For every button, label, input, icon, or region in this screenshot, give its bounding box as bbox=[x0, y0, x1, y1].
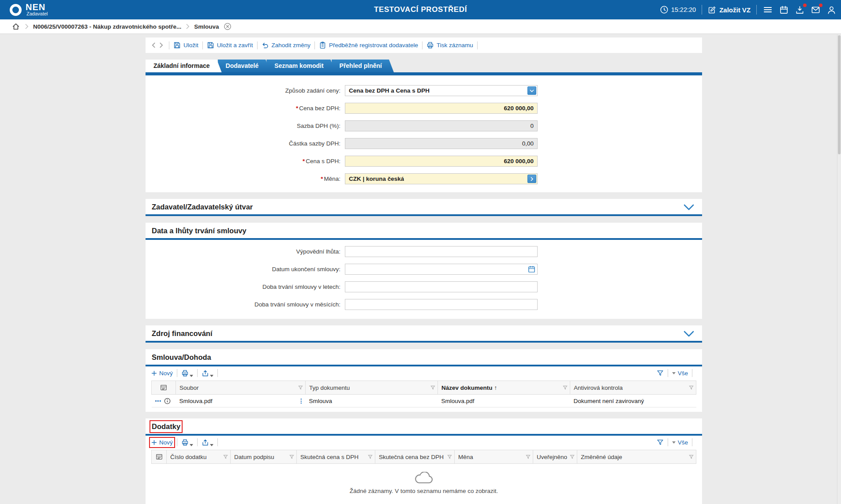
column-header-antivirova-kontrola[interactable]: Antivirová kontrola bbox=[570, 381, 696, 395]
column-filter-icon[interactable] bbox=[298, 385, 303, 390]
nen-logo-icon bbox=[10, 4, 22, 16]
print-list-button[interactable] bbox=[181, 439, 193, 446]
calendar-icon bbox=[779, 5, 789, 15]
cena-s-dph-input[interactable] bbox=[345, 156, 538, 167]
chevron-down-icon[interactable] bbox=[527, 86, 536, 95]
expand-section-button[interactable] bbox=[684, 204, 694, 210]
calendar-button[interactable] bbox=[779, 5, 789, 15]
column-header-uverejneno[interactable]: Uveřejněno bbox=[533, 450, 577, 464]
column-header-mena[interactable]: Měna bbox=[455, 450, 533, 464]
column-header-skutecna-cena-s-dph[interactable]: Skutečná cena s DPH bbox=[297, 450, 375, 464]
column-header-cislo-dodatku[interactable]: Číslo dodatku bbox=[167, 450, 231, 464]
section-title: Data a lhůty trvání smlouvy bbox=[152, 227, 247, 235]
vypovedni-lhuta-input[interactable] bbox=[345, 246, 538, 257]
main-menu-button[interactable] bbox=[763, 4, 773, 15]
tab-zakladni-informace[interactable]: Základní informace bbox=[146, 60, 222, 72]
clock-icon bbox=[660, 5, 669, 14]
chevron-right-icon bbox=[159, 42, 163, 49]
home-button[interactable] bbox=[11, 22, 20, 31]
column-filter-icon[interactable] bbox=[689, 385, 694, 390]
cell-menu-icon[interactable]: ⋮ bbox=[298, 397, 304, 404]
close-record-button[interactable] bbox=[223, 22, 232, 31]
section-zadavatel: Zadavatel/Zadavatelský útvar bbox=[146, 199, 702, 216]
column-filter-icon[interactable] bbox=[289, 455, 294, 459]
create-vz-button[interactable]: Založit VZ bbox=[708, 6, 751, 14]
doba-trvani-letech-input[interactable] bbox=[345, 281, 538, 292]
filter-button[interactable] bbox=[657, 370, 664, 377]
view-all-button[interactable]: Vše bbox=[672, 370, 688, 377]
caret-down-icon bbox=[210, 375, 213, 377]
column-header-nazev-dokumentu[interactable]: Název dokumentu↑ bbox=[438, 381, 570, 395]
column-filter-icon[interactable] bbox=[368, 455, 373, 459]
brand-name: NEN bbox=[26, 3, 48, 11]
section-title: Smlouva/Dohoda bbox=[152, 353, 211, 362]
tab-seznam-komodit[interactable]: Seznam komodit bbox=[266, 60, 335, 72]
column-filter-icon[interactable] bbox=[689, 455, 694, 459]
nen-logo[interactable]: NEN Zadavatel bbox=[10, 3, 48, 16]
export-list-button[interactable] bbox=[202, 439, 213, 446]
column-settings-header[interactable] bbox=[152, 450, 167, 464]
save-close-icon bbox=[207, 41, 214, 49]
column-settings-header[interactable] bbox=[152, 381, 176, 395]
column-header-typ-dokumentu[interactable]: Typ dokumentu bbox=[306, 381, 438, 395]
new-dodatek-button[interactable]: Nový bbox=[151, 439, 173, 446]
page-scrollbar[interactable] bbox=[837, 34, 841, 504]
breadcrumb-record[interactable]: N006/25/V00007263 - Nákup zdravotnického… bbox=[33, 23, 181, 30]
new-document-button[interactable]: Nový bbox=[151, 370, 173, 377]
print-list-button[interactable] bbox=[181, 370, 193, 377]
expand-section-button[interactable] bbox=[684, 331, 694, 337]
column-header-skutecna-cena-bez-dph[interactable]: Skutečná cena bez DPH bbox=[375, 450, 455, 464]
column-filter-icon[interactable] bbox=[430, 385, 435, 390]
column-filter-icon[interactable] bbox=[526, 455, 531, 459]
session-time: 15:22:20 bbox=[671, 6, 696, 13]
empty-state-text: Žádné záznamy. V tomto seznamu nemáme co… bbox=[146, 488, 702, 494]
profile-button[interactable] bbox=[826, 5, 837, 15]
export-list-button[interactable] bbox=[202, 370, 213, 377]
toolbar-separator bbox=[477, 41, 478, 49]
save-and-close-button[interactable]: Uložit a zavřít bbox=[207, 41, 253, 49]
form-row: *Měna: CZK | koruna česká bbox=[146, 173, 702, 184]
form-row: *Cena s DPH: bbox=[146, 156, 702, 167]
messages-button[interactable] bbox=[811, 5, 821, 15]
price-mode-select[interactable]: Cena bez DPH a Cena s DPH bbox=[345, 85, 538, 96]
section-header: Data a lhůty trvání smlouvy bbox=[146, 223, 702, 240]
view-all-button[interactable]: Vše bbox=[672, 439, 688, 446]
cena-bez-dph-input[interactable] bbox=[345, 103, 538, 114]
column-filter-icon[interactable] bbox=[447, 455, 452, 459]
form-row: Výpovědní lhůta: bbox=[146, 246, 702, 257]
save-button[interactable]: Uložit bbox=[173, 41, 198, 49]
tab-dodavatele[interactable]: Dodavatelé bbox=[218, 60, 271, 72]
field-label: *Měna: bbox=[146, 175, 345, 182]
mena-lookup[interactable]: CZK | koruna česká bbox=[345, 173, 538, 184]
chevron-right-icon[interactable] bbox=[527, 175, 536, 183]
column-header-zmenene-udaje[interactable]: Změněné údaje bbox=[577, 450, 696, 464]
register-supplier-button[interactable]: Předběžně registrovat dodavatele bbox=[319, 41, 418, 49]
tab-prehled-plneni[interactable]: Přehled plnění bbox=[332, 60, 394, 72]
scrollbar-thumb[interactable] bbox=[838, 35, 841, 154]
column-header-datum-podpisu[interactable]: Datum podpisu bbox=[231, 450, 297, 464]
filter-button[interactable] bbox=[657, 439, 664, 446]
caret-down-icon bbox=[190, 444, 193, 446]
field-label: Doba trvání smlouvy v letech: bbox=[146, 284, 345, 290]
cell-typ-dokumentu: Smlouva bbox=[306, 395, 438, 407]
info-icon[interactable] bbox=[164, 398, 171, 404]
next-record-button[interactable] bbox=[157, 41, 165, 49]
castka-sazby-dph-input bbox=[345, 138, 538, 149]
date-picker-button[interactable] bbox=[528, 265, 535, 273]
prev-record-button[interactable] bbox=[150, 41, 157, 49]
column-filter-icon[interactable] bbox=[223, 455, 228, 459]
form-row: Způsob zadání ceny: Cena bez DPH a Cena … bbox=[146, 85, 702, 96]
cell-antivirova-kontrola: Dokument není zavirovaný bbox=[570, 395, 696, 407]
column-header-soubor[interactable]: Soubor bbox=[176, 381, 306, 395]
cell-soubor[interactable]: Smlouva.pdf⋮ bbox=[176, 395, 306, 407]
datum-ukonceni-input[interactable] bbox=[345, 264, 538, 275]
column-filter-icon[interactable] bbox=[563, 385, 568, 390]
doba-trvani-mesicich-input[interactable] bbox=[345, 299, 538, 310]
downloads-button[interactable] bbox=[795, 5, 805, 15]
print-record-button[interactable]: Tisk záznamu bbox=[426, 41, 473, 49]
row-menu-icon[interactable]: ••• bbox=[155, 398, 162, 403]
discard-changes-button[interactable]: Zahodit změny bbox=[262, 41, 311, 49]
table-row[interactable]: ••• Smlouva.pdf⋮ Smlouva Smlouva.pdf Dok… bbox=[152, 395, 696, 407]
list-toolbar: Nový Vše bbox=[146, 436, 702, 449]
column-filter-icon[interactable] bbox=[570, 455, 575, 459]
